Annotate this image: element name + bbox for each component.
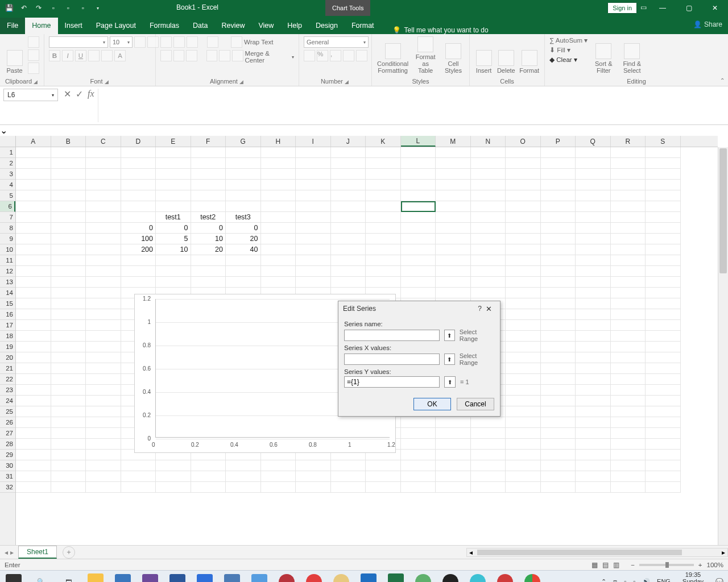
tab-home[interactable]: Home [25,18,57,34]
cell[interactable] [156,471,191,482]
cell[interactable] [366,482,401,493]
cell[interactable] [191,482,226,493]
cell[interactable] [226,190,261,201]
cell[interactable] [576,374,611,385]
cell[interactable] [436,158,471,169]
cell[interactable] [226,180,261,190]
tab-review[interactable]: Review [214,18,251,34]
column-header[interactable]: F [191,136,226,147]
cell[interactable] [611,190,646,201]
cell[interactable] [471,212,506,223]
cell[interactable] [541,158,576,169]
percent-icon[interactable]: % [317,50,328,61]
cell[interactable] [16,331,51,342]
cell[interactable] [51,482,86,493]
cell[interactable] [611,288,646,298]
tab-insert[interactable]: Insert [58,18,89,34]
cell[interactable] [576,309,611,320]
cell[interactable] [646,406,681,417]
number-format-combo[interactable]: General▾ [304,36,369,48]
cell[interactable] [541,255,576,266]
start-button[interactable]: ⊞ [5,573,23,583]
cell[interactable] [86,331,121,342]
cell[interactable] [16,396,51,406]
cell[interactable] [51,277,86,288]
cell[interactable] [471,450,506,460]
cell[interactable] [86,212,121,223]
cell[interactable] [506,450,541,460]
column-header[interactable]: D [121,136,156,147]
cell[interactable] [191,201,226,212]
cell[interactable] [541,234,576,244]
column-header[interactable]: C [86,136,121,147]
cell[interactable] [401,169,436,180]
column-header[interactable]: B [51,136,86,147]
cell[interactable] [541,201,576,212]
tray-overflow-icon[interactable]: ⌃ [601,578,606,582]
cell[interactable] [51,417,86,428]
cell[interactable] [191,471,226,482]
cell[interactable] [16,277,51,288]
cell[interactable] [646,331,681,342]
cell[interactable]: 5 [156,234,191,244]
row-header[interactable]: 2 [0,158,15,169]
cell[interactable] [296,266,331,277]
cell[interactable] [611,309,646,320]
cell[interactable] [156,460,191,471]
cell[interactable] [401,255,436,266]
cell[interactable] [541,406,576,417]
cell[interactable] [261,158,296,169]
cell[interactable] [366,201,401,212]
cell[interactable] [471,223,506,234]
cell[interactable] [646,417,681,428]
redo-icon[interactable]: ↷ [33,2,44,14]
cell[interactable] [16,298,51,309]
cell[interactable] [331,471,366,482]
cell[interactable] [296,223,331,234]
cell[interactable] [156,169,191,180]
cell[interactable] [51,223,86,234]
range-picker-icon[interactable]: ⬆ [444,376,456,388]
column-header[interactable]: P [541,136,576,147]
cell[interactable] [506,363,541,374]
delete-cells-button[interactable]: Delete [497,36,515,74]
cell[interactable] [541,385,576,396]
cell[interactable] [646,342,681,352]
cell[interactable] [261,482,296,493]
cell[interactable] [296,255,331,266]
cell[interactable] [51,450,86,460]
cell[interactable] [401,201,436,212]
cell[interactable] [541,244,576,255]
expand-formula-bar-icon[interactable]: ⌄ [0,125,728,136]
cell[interactable] [51,385,86,396]
cell[interactable] [261,201,296,212]
cell[interactable] [331,482,366,493]
cell[interactable] [16,374,51,385]
row-header[interactable]: 29 [0,450,15,460]
cell[interactable] [506,385,541,396]
cell[interactable] [471,277,506,288]
decrease-indent-icon[interactable] [206,50,218,61]
cell[interactable] [366,212,401,223]
column-header[interactable]: M [436,136,471,147]
copy-icon[interactable] [28,49,39,61]
scroll-left-icon[interactable]: ◂ [467,548,475,556]
row-header[interactable]: 30 [0,460,15,471]
dialog-launcher-icon[interactable]: ◢ [239,79,245,85]
cell[interactable] [331,190,366,201]
cell[interactable] [296,190,331,201]
cell[interactable] [541,180,576,190]
cell[interactable] [226,201,261,212]
cell[interactable] [296,244,331,255]
row-header[interactable]: 10 [0,244,15,255]
cell[interactable] [51,212,86,223]
cell[interactable] [121,277,156,288]
cell[interactable] [86,277,121,288]
paste-button[interactable]: Paste [5,36,24,74]
cell[interactable] [331,180,366,190]
cell[interactable] [576,244,611,255]
cell[interactable] [51,147,86,158]
cell[interactable] [541,212,576,223]
column-header[interactable]: J [331,136,366,147]
cell[interactable] [576,460,611,471]
